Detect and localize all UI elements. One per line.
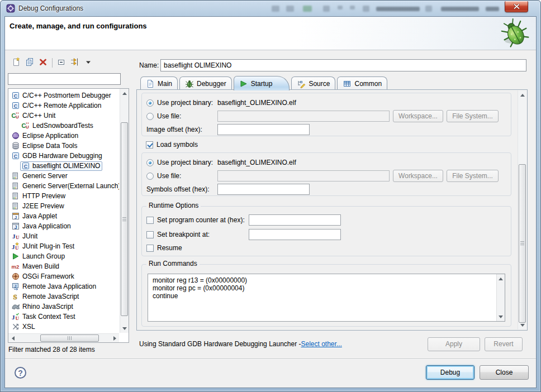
load-symbols-checkbox[interactable] — [146, 141, 153, 149]
tree-item[interactable]: JJava Applet — [8, 211, 119, 221]
scroll-down-icon[interactable] — [120, 324, 129, 333]
tree-item[interactable]: Eclipse Application — [8, 131, 119, 141]
tab-bar: MainDebuggerStartupSourceCommon — [140, 75, 526, 90]
configurations-tree-box: CC/C++ Postmortem DebuggerCC/C++ Remote … — [8, 88, 129, 343]
tree-item[interactable]: CGDB Hardware Debugging — [8, 151, 119, 161]
applet-icon: J — [11, 212, 20, 221]
svg-text:U: U — [16, 114, 19, 119]
image-offset-input[interactable] — [217, 124, 310, 135]
tree-item[interactable]: XSL — [8, 322, 119, 332]
duplicate-configuration-button[interactable] — [23, 56, 36, 69]
new-configuration-button[interactable] — [10, 56, 23, 69]
workspace-button[interactable]: Workspace... — [393, 110, 443, 122]
scroll-up-icon[interactable] — [518, 90, 527, 99]
filter-configurations-button[interactable] — [68, 56, 82, 69]
tree-item[interactable]: CC/C++ Postmortem Debugger — [8, 90, 119, 101]
scroll-up-icon[interactable] — [120, 89, 129, 98]
scroll-right-icon[interactable] — [110, 334, 119, 343]
scroll-left-icon[interactable] — [8, 334, 17, 343]
tree-item[interactable]: HTTP Preview — [8, 191, 119, 201]
tree-item[interactable]: Rhino JavaScript — [8, 302, 119, 312]
filter-input[interactable] — [8, 73, 121, 85]
symbols-group: Use project binary: baseflight_OLIMEXINO… — [141, 152, 511, 196]
set-program-counter-input[interactable] — [249, 214, 341, 226]
remote-js-icon: S — [11, 292, 20, 301]
file-system-button[interactable]: File System... — [447, 110, 499, 122]
configuration-editor: Name: MainDebuggerStartupSourceCommon Us… — [134, 51, 533, 358]
tree-item[interactable]: J2EE Preview — [8, 201, 119, 211]
run-commands-textarea[interactable]: monitor reg r13 = (0x00000000) monitor r… — [148, 274, 505, 322]
symbols-file-input[interactable] — [217, 170, 390, 181]
use-project-binary-radio[interactable] — [146, 99, 154, 107]
tab-common[interactable]: Common — [337, 77, 387, 90]
tree-item-label: Rhino JavaScript — [22, 303, 73, 310]
collapse-all-button[interactable] — [55, 56, 68, 69]
tab-debugger[interactable]: Debugger — [179, 77, 232, 90]
help-button[interactable]: ? — [15, 367, 26, 379]
symbols-use-project-binary-radio[interactable] — [146, 159, 154, 166]
tree-item[interactable]: OSGi Framework — [8, 271, 119, 281]
tree-item[interactable]: Eclipse Data Tools — [8, 141, 119, 151]
c-app-icon: C — [11, 91, 20, 100]
symbols-use-file-label: Use file: — [157, 172, 214, 180]
close-button[interactable]: Close — [480, 365, 529, 380]
tree-item[interactable]: JJava Application — [8, 221, 119, 231]
symbols-file-system-button[interactable]: File System... — [447, 170, 499, 182]
close-window-button[interactable] — [505, 1, 528, 12]
tree-item[interactable]: Generic Server — [8, 171, 119, 181]
run-commands-text[interactable]: monitor reg r13 = (0x00000000) monitor r… — [148, 274, 496, 321]
set-program-counter-checkbox[interactable] — [146, 217, 154, 224]
set-breakpoint-input[interactable] — [249, 229, 341, 240]
debug-button[interactable]: Debug — [426, 365, 474, 380]
select-other-link[interactable]: Select other... — [301, 340, 342, 348]
title-bar[interactable]: Debug Configurations — [1, 1, 540, 16]
tree-item[interactable]: m2Maven Build — [8, 261, 119, 271]
tab-startup[interactable]: Startup — [234, 76, 290, 90]
filter-menu-dropdown[interactable] — [82, 56, 95, 69]
scrollbar-thumb[interactable] — [40, 334, 99, 342]
image-file-input[interactable] — [217, 111, 390, 122]
tree-item-label: J2EE Preview — [22, 202, 64, 210]
runtime-options-title: Runtime Options — [146, 202, 201, 209]
tree-item[interactable]: SRemote JavaScript — [8, 291, 119, 302]
resume-label: Resume — [157, 244, 182, 252]
use-file-radio[interactable] — [146, 113, 154, 120]
tree-horizontal-scrollbar[interactable] — [8, 333, 119, 342]
revert-button[interactable]: Revert — [485, 337, 523, 351]
sidebar-toolbar — [10, 56, 95, 69]
tree-item[interactable]: CUC/C++ Unit — [8, 111, 119, 121]
filter-icon — [70, 58, 79, 68]
apply-button[interactable]: Apply — [428, 337, 480, 351]
dropdown-icon — [84, 58, 93, 68]
set-breakpoint-checkbox[interactable] — [146, 231, 154, 238]
tab-source[interactable]: Source — [291, 77, 335, 90]
tree-item[interactable]: Launch Group — [8, 251, 119, 261]
image-group: Use project binary: baseflight_OLIMEXINO… — [141, 93, 511, 136]
scroll-up-icon[interactable] — [496, 274, 505, 283]
tree-item[interactable]: JUJUnit — [8, 231, 119, 241]
tree-item[interactable]: Generic Server(External Launch) — [8, 181, 119, 191]
run-commands-scrollbar[interactable] — [496, 274, 505, 321]
scroll-down-icon[interactable] — [496, 312, 505, 321]
tree-item[interactable]: JUTask Context Test — [8, 312, 119, 322]
scrollbar-thumb[interactable] — [519, 164, 526, 323]
symbols-offset-input[interactable] — [217, 184, 310, 195]
tree-item[interactable]: Cbaseflight OLIMEXINO — [8, 161, 119, 171]
tree-item[interactable]: JRemote Java Application — [8, 281, 119, 291]
tree-item[interactable]: JUJUnit Plug-in Test — [8, 241, 119, 251]
tree-item[interactable]: CULedSnowboardTests — [8, 121, 119, 131]
symbols-workspace-button[interactable]: Workspace... — [393, 170, 443, 182]
tree-item-label: C/C++ Postmortem Debugger — [22, 92, 111, 99]
tree-item[interactable]: CC/C++ Remote Application — [8, 101, 119, 111]
name-input[interactable] — [160, 59, 526, 71]
delete-configuration-button[interactable] — [36, 56, 50, 69]
debug-configurations-dialog: Debug Configurations Create, manage, and… — [0, 0, 541, 392]
content-vertical-scrollbar[interactable] — [518, 90, 526, 329]
resume-checkbox[interactable] — [146, 245, 154, 252]
scroll-down-icon[interactable] — [518, 321, 527, 329]
scrollbar-thumb[interactable] — [121, 122, 128, 316]
tree-vertical-scrollbar[interactable] — [120, 89, 129, 333]
tree-item-label: JUnit — [22, 232, 37, 240]
symbols-use-file-radio[interactable] — [146, 173, 154, 180]
tab-main[interactable]: Main — [140, 77, 178, 90]
